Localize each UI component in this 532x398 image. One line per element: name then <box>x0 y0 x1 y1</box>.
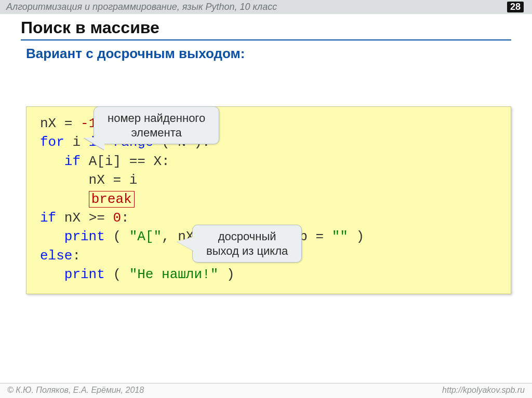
callout-early-exit: досрочный выход из цикла <box>192 225 302 263</box>
code-string: "" <box>332 229 348 244</box>
callout-found-index: номер найденного элемента <box>94 106 219 144</box>
code-token: nX = i <box>40 172 137 188</box>
footer-url: http://kpolyakov.spb.ru <box>442 386 525 395</box>
code-string: "Не нашли!" <box>129 267 219 282</box>
footer-authors: © К.Ю. Поляков, Е.А. Ерёмин, 2018 <box>7 386 144 395</box>
code-token <box>40 267 64 282</box>
page-title: Поиск в массиве <box>0 14 532 39</box>
page-number: 28 <box>507 2 524 12</box>
code-token: nX >= <box>56 210 113 226</box>
code-keyword: else <box>40 248 72 264</box>
callout-line: элемента <box>131 126 181 139</box>
footer-bar: © К.Ю. Поляков, Е.А. Ерёмин, 2018 http:/… <box>0 383 532 398</box>
header-bar: Алгоритмизация и программирование, язык … <box>0 0 532 14</box>
content-area: номер найденного элемента досрочный выхо… <box>26 106 511 294</box>
code-keyword: print <box>64 229 105 244</box>
code-token: nX <box>40 116 56 131</box>
code-keyword: print <box>64 267 105 282</box>
title-underline <box>21 39 511 40</box>
callout-line: досрочный <box>218 230 276 243</box>
code-token: : <box>72 248 81 264</box>
code-token: 0 <box>113 210 121 226</box>
code-keyword: if <box>40 210 56 226</box>
code-keyword: if <box>64 154 81 169</box>
breadcrumb: Алгоритмизация и программирование, язык … <box>6 2 277 12</box>
callout-line: выход из цикла <box>206 244 288 257</box>
code-token: A[i] == X: <box>81 154 170 169</box>
callout-line: номер найденного <box>108 112 205 125</box>
code-token: = <box>56 116 81 131</box>
code-token <box>40 154 64 169</box>
code-string: "A[" <box>129 229 162 244</box>
code-token: ( <box>105 229 129 244</box>
code-keyword: for <box>40 134 64 150</box>
section-subtitle: Вариант с досрочным выходом: <box>0 46 532 62</box>
callout-tail-icon <box>177 237 194 251</box>
code-keyword-break: break <box>89 191 135 208</box>
code-token <box>40 191 89 207</box>
code-token: : <box>121 210 129 226</box>
code-token: ) <box>348 229 364 244</box>
code-token: ( <box>105 267 129 282</box>
code-token <box>40 229 64 244</box>
code-token: ) <box>218 267 234 282</box>
callout-tail-icon <box>84 138 104 150</box>
